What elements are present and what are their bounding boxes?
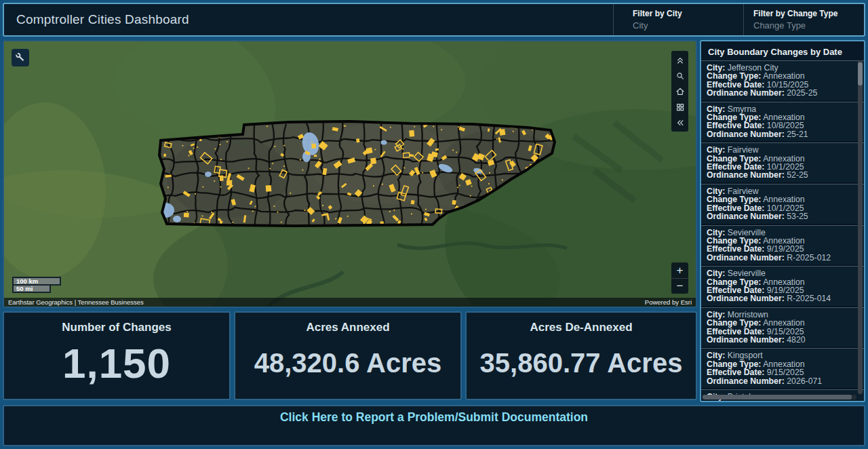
filter-by-change-type[interactable]: Filter by Change Type Change Type <box>743 4 864 35</box>
stat-value: 1,150 <box>62 334 171 399</box>
ordinance-value: R-2025-014 <box>787 294 831 303</box>
double-chevron-left-icon <box>675 117 686 128</box>
ordinance-value: 53-25 <box>787 212 808 221</box>
horizontal-scrollbar[interactable] <box>703 395 856 399</box>
home-icon <box>675 86 686 97</box>
zoom-in-button[interactable]: + <box>671 262 688 278</box>
list-item[interactable]: City: Jefferson City Change Type: Annexa… <box>701 60 864 100</box>
double-chevron-up-icon <box>675 55 686 66</box>
ordinance-label: Ordinance Number: <box>707 253 785 262</box>
magnifier-icon <box>675 71 686 81</box>
filter-city-placeholder[interactable]: City <box>633 20 743 31</box>
ordinance-value: 25-21 <box>787 130 808 139</box>
ordinance-label: Ordinance Number: <box>707 212 785 221</box>
ordinance-value: R-2025-012 <box>787 253 831 262</box>
attribution-sources: Earthstar Geographics | Tennessee Busine… <box>8 298 144 306</box>
stat-value: 35,860.77 Acres <box>480 334 683 399</box>
stat-title: Acres Annexed <box>306 321 389 334</box>
stat-title: Acres De-Annexed <box>530 321 632 334</box>
ordinance-label: Ordinance Number: <box>707 335 785 345</box>
map-attribution: Earthstar Geographics | Tennessee Busine… <box>4 298 696 307</box>
ordinance-label: Ordinance Number: <box>707 170 785 180</box>
filter-type-label: Filter by Change Type <box>753 9 864 18</box>
panel-title: City Boundary Changes by Date <box>701 41 864 62</box>
zoom-out-button[interactable]: − <box>671 278 688 294</box>
powered-by-esri: Powered by Esri <box>645 298 692 306</box>
zoom-controls: + − <box>671 262 688 294</box>
stat-card-number-of-changes: Number of Changes 1,150 <box>3 311 231 400</box>
map-toolbar <box>671 51 688 132</box>
boundary-changes-list: City: Jefferson City Change Type: Annexa… <box>701 60 864 401</box>
filter-by-city[interactable]: Filter by City City <box>613 4 743 35</box>
map-canvas[interactable] <box>4 41 696 307</box>
list-item[interactable]: City: Smyrna Change Type: Annexation Eff… <box>701 102 864 142</box>
scale-mi-label: 50 mi <box>12 284 51 293</box>
ordinance-value: 2026-071 <box>787 376 822 386</box>
ordinance-label: Ordinance Number: <box>707 130 785 139</box>
list-item[interactable]: City: Sevierville Change Type: Annexatio… <box>701 266 864 306</box>
vertical-scrollbar-thumb[interactable] <box>858 62 863 85</box>
ordinance-label: Ordinance Number: <box>707 294 785 303</box>
report-problem-link[interactable]: Click Here to Report a Problem/Submit Do… <box>280 410 588 425</box>
filter-city-label: Filter by City <box>633 9 743 18</box>
ordinance-value: 4820 <box>787 335 805 345</box>
list-item[interactable]: City: Kingsport Change Type: Annexation … <box>701 348 864 388</box>
ordinance-value: 2025-25 <box>787 88 817 98</box>
wrench-icon <box>13 50 28 65</box>
map-home-button[interactable] <box>671 83 688 99</box>
footer-bar: Click Here to Report a Problem/Submit Do… <box>3 405 865 446</box>
list-item[interactable]: City: Sevierville Change Type: Annexatio… <box>701 225 864 265</box>
map-tools-button[interactable] <box>12 49 29 66</box>
stat-title: Number of Changes <box>62 321 172 334</box>
map-panel: + − 100 km 50 mi Earthstar Geographics |… <box>3 40 697 308</box>
horizontal-scrollbar-thumb[interactable] <box>703 395 852 399</box>
list-item[interactable]: City: Fairview Change Type: Annexation E… <box>701 142 864 182</box>
header-bar: Comptroller Cities Dashboard Filter by C… <box>3 3 865 37</box>
basemap-grid-icon <box>675 102 686 113</box>
map-search-button[interactable] <box>671 68 688 83</box>
basemap-gallery-button[interactable] <box>671 99 688 115</box>
ordinance-label: Ordinance Number: <box>707 88 785 98</box>
collapse-panel-button[interactable] <box>671 115 688 130</box>
boundary-changes-panel: City Boundary Changes by Date City: Jeff… <box>700 40 865 402</box>
stat-card-acres-annexed: Acres Annexed 48,320.6 Acres <box>234 311 462 400</box>
ordinance-value: 52-25 <box>787 170 808 180</box>
ordinance-label: Ordinance Number: <box>707 376 785 386</box>
list-item[interactable]: City: Fairview Change Type: Annexation E… <box>701 184 864 224</box>
page-title: Comptroller Cities Dashboard <box>4 12 189 27</box>
scale-bar: 100 km 50 mi <box>12 277 61 293</box>
stat-card-acres-deannexed: Acres De-Annexed 35,860.77 Acres <box>465 311 697 400</box>
vertical-scrollbar[interactable] <box>858 60 863 394</box>
filter-type-placeholder[interactable]: Change Type <box>753 20 864 31</box>
stat-value: 48,320.6 Acres <box>254 334 442 399</box>
list-item[interactable]: City: Morristown Change Type: Annexation… <box>701 307 864 347</box>
collapse-toolbar-button[interactable] <box>671 52 688 68</box>
